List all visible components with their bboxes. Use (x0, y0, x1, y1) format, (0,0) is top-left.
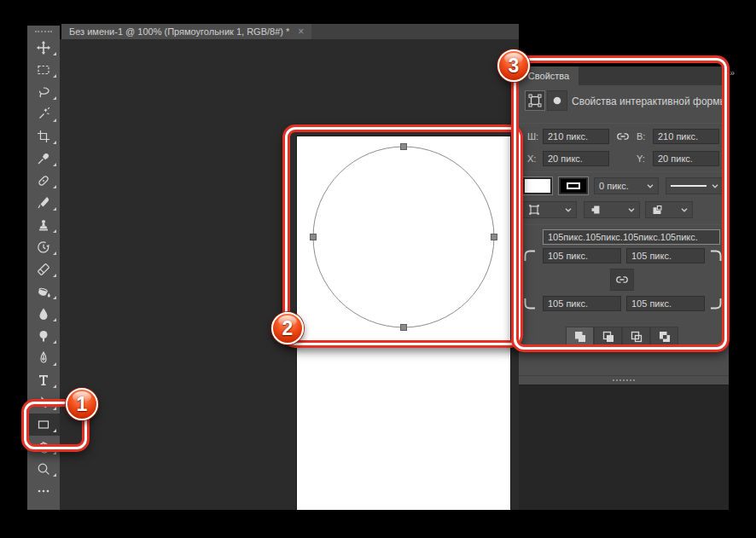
healing-brush-tool[interactable] (27, 170, 60, 192)
link-dimensions-icon[interactable] (615, 130, 631, 142)
combine-shapes-icon (573, 329, 588, 344)
rectangle-tool[interactable] (27, 414, 60, 436)
properties-content: Свойства интерактивной формы Ш: 210 пикс… (519, 85, 729, 375)
zoom-tool[interactable] (27, 458, 60, 480)
intersect-shapes-icon (629, 329, 644, 344)
chevron-down-icon (712, 184, 718, 188)
crop-tool[interactable] (27, 125, 60, 148)
close-tab-icon[interactable]: × (298, 26, 304, 37)
panel-dock-empty (519, 385, 729, 510)
stroke-corners-icon (650, 203, 664, 217)
clone-stamp-tool[interactable] (27, 214, 60, 236)
move-icon (36, 40, 51, 55)
shape-handle-left[interactable] (311, 234, 317, 240)
combine-shapes-button[interactable] (566, 327, 594, 347)
rectangular-marquee-tool[interactable] (27, 59, 60, 81)
stroke-style-dropdown[interactable] (666, 177, 724, 194)
eraser-icon (36, 262, 51, 277)
height-label: В: (637, 129, 645, 144)
stroke-color-swatch[interactable] (558, 176, 589, 195)
history-brush-tool[interactable] (27, 236, 60, 258)
type-icon (36, 373, 51, 388)
tab-bar: Без имени-1 @ 100% (Прямоугольник 1, RGB… (61, 24, 519, 39)
subtract-front-shape-button[interactable] (594, 327, 622, 347)
radius-summary-field[interactable]: 105пикс.105пикс.105пикс.105пикс. (543, 229, 720, 245)
panel-resize-grip[interactable] (519, 375, 729, 385)
shape-handle-right[interactable] (491, 234, 497, 240)
paint-bucket-tool[interactable] (27, 281, 60, 303)
panel-tab-bar: Свойства (519, 67, 729, 85)
type-tool[interactable] (27, 369, 60, 391)
panel-header-title: Свойства интерактивной формы (572, 94, 727, 109)
radius-bottom-right-field[interactable]: 105 пикс. (626, 296, 705, 311)
hand-tool[interactable] (27, 436, 60, 458)
y-field[interactable]: 20 пикс. (653, 151, 719, 166)
subtract-shape-icon (601, 329, 616, 344)
width-label: Ш: (527, 129, 538, 144)
link-icon (614, 274, 630, 286)
brush-icon (36, 195, 51, 211)
panel-collapse-icon[interactable]: » (730, 67, 735, 78)
stroke-caps-dropdown[interactable] (584, 201, 640, 218)
corner-top-right-icon (708, 248, 724, 263)
masks-button[interactable] (547, 90, 567, 111)
corner-top-left-icon (522, 248, 538, 263)
chevron-down-icon (681, 208, 688, 212)
dodge-tool[interactable] (27, 325, 60, 347)
fill-color-swatch[interactable] (522, 176, 553, 195)
radius-bottom-left-field[interactable]: 105 пикс. (543, 296, 621, 311)
y-label: Y: (637, 151, 645, 166)
shape-handle-bottom[interactable] (401, 325, 407, 331)
stroke-caps-icon (589, 203, 602, 217)
magic-wand-tool[interactable] (27, 103, 60, 125)
callout-1: 1 (66, 388, 98, 420)
stroke-align-icon (527, 203, 541, 217)
callout-2-number: 2 (282, 317, 294, 340)
eraser-tool[interactable] (27, 258, 60, 281)
pen-tool[interactable] (27, 347, 60, 369)
stroke-width-dropdown[interactable]: 0 пикс. (594, 177, 659, 194)
more-tools-button[interactable] (27, 480, 60, 502)
pathfinder-group (566, 327, 678, 347)
link-radii-button[interactable] (610, 269, 634, 291)
stroke-width-value: 0 пикс. (599, 181, 629, 191)
radius-top-right-field[interactable]: 105 пикс. (626, 248, 705, 263)
paint-bucket-icon (36, 284, 51, 299)
stroke-black (561, 179, 586, 193)
stroke-align-dropdown[interactable] (522, 201, 577, 218)
corner-bottom-left-icon (522, 296, 538, 311)
callout-3-number: 3 (509, 55, 520, 78)
toolbar-grip[interactable] (27, 26, 60, 37)
corner-bottom-right-icon (708, 296, 724, 311)
fill-white (525, 179, 550, 193)
dodge-icon (36, 328, 51, 344)
healing-brush-icon (36, 173, 51, 188)
height-field[interactable]: 210 пикс. (653, 129, 719, 144)
chevron-down-icon (565, 208, 572, 212)
x-field[interactable]: 20 пикс. (543, 151, 609, 166)
properties-panel: Свойства Свойства интерактивной формы Ш: (519, 67, 729, 510)
width-field[interactable]: 210 пикс. (543, 129, 609, 144)
brush-tool[interactable] (27, 192, 60, 214)
mask-circle-icon (550, 93, 565, 108)
stroke-corners-dropdown[interactable] (645, 201, 693, 218)
crop-icon (36, 129, 51, 144)
radius-top-left-field[interactable]: 105 пикс. (543, 248, 621, 263)
document-tab[interactable]: Без имени-1 @ 100% (Прямоугольник 1, RGB… (61, 24, 311, 39)
exclude-overlap-button[interactable] (650, 327, 678, 347)
eyedropper-tool[interactable] (27, 148, 60, 170)
transform-properties-button[interactable] (525, 90, 545, 111)
lasso-tool[interactable] (27, 81, 60, 103)
move-tool[interactable] (27, 37, 60, 59)
callout-2: 2 (271, 312, 304, 344)
intersect-shapes-button[interactable] (622, 327, 650, 347)
photoshop-window: Без имени-1 @ 100% (Прямоугольник 1, RGB… (0, 0, 756, 538)
blur-drop-icon (36, 306, 51, 321)
shape-handle-top[interactable] (401, 144, 407, 150)
chevron-down-icon (628, 208, 635, 212)
marquee-icon (36, 62, 51, 78)
magic-wand-icon (36, 107, 51, 122)
path-selection-tool[interactable] (27, 391, 60, 414)
exclude-overlap-icon (657, 329, 672, 344)
blur-tool[interactable] (27, 303, 60, 325)
